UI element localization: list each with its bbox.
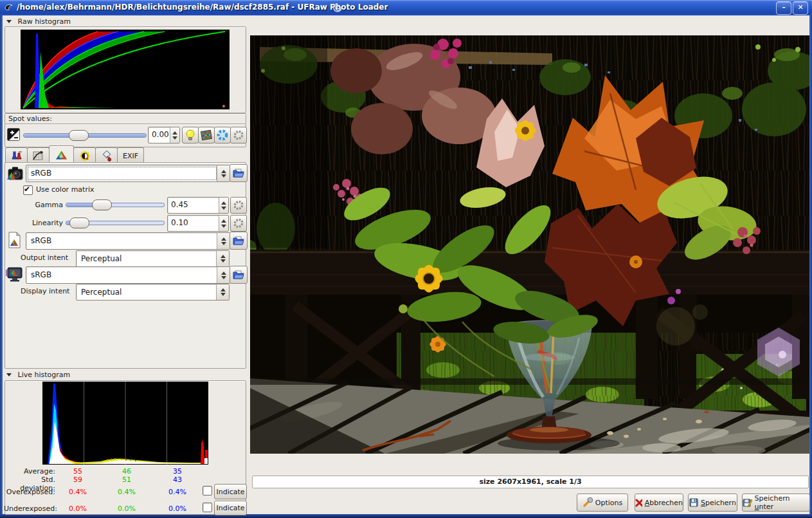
linearity-spinbox[interactable]: 0.10 xyxy=(167,215,229,232)
overexposed-indicate-button[interactable]: Indicate xyxy=(214,484,247,499)
reset-icon xyxy=(233,217,244,229)
raw-histogram-expander[interactable]: Raw histogram xyxy=(6,17,71,26)
tab-white-balance[interactable] xyxy=(5,147,28,163)
tab-base-curve[interactable] xyxy=(27,147,50,163)
linearity-reset-button[interactable] xyxy=(230,215,247,232)
ufraw-logo-icon xyxy=(332,2,343,14)
output-intent-value: Perceptual xyxy=(81,254,122,263)
window-border-left xyxy=(0,15,3,515)
exposure-compensation-icon xyxy=(7,128,20,141)
combo-arrows-icon xyxy=(217,233,230,249)
std-blue: 43 xyxy=(163,476,192,484)
film-development-button[interactable] xyxy=(214,127,231,143)
gamma-value: 0.45 xyxy=(171,200,188,209)
reset-clip-button[interactable] xyxy=(230,127,247,143)
std-green: 51 xyxy=(113,476,141,484)
speichern-unter-button[interactable]: Speichern unter xyxy=(742,494,810,512)
display-profile-value: sRGB xyxy=(31,270,51,279)
average-green: 46 xyxy=(113,467,141,476)
underexposed-label: Underexposed: xyxy=(4,504,55,513)
tab-exif[interactable]: EXIF xyxy=(117,147,144,163)
overexposed-indicate-checkbox[interactable] xyxy=(203,486,212,495)
bayer-pattern-icon xyxy=(201,129,212,141)
combo-arrows-icon xyxy=(216,284,229,300)
preview-image[interactable] xyxy=(250,35,809,454)
tab-color-management[interactable] xyxy=(49,145,74,163)
underexposed-red: 0.0% xyxy=(64,504,92,513)
tab-corrections[interactable] xyxy=(73,147,96,163)
open-folder-icon xyxy=(233,270,245,280)
close-button[interactable]: ✕ xyxy=(793,1,808,15)
window-icon xyxy=(4,3,14,13)
save-floppy-icon xyxy=(689,498,698,507)
use-color-matrix-label: Use color matrix xyxy=(36,185,95,194)
titlebar[interactable]: /home/alex/Behrmann/HDR/Belichtungsreihe… xyxy=(0,0,812,15)
corrections-icon xyxy=(79,151,91,162)
ufraw-window: /home/alex/Behrmann/HDR/Belichtungsreihe… xyxy=(0,0,812,518)
live-histogram-canvas xyxy=(42,382,208,465)
tab-transform[interactable] xyxy=(95,147,118,163)
exposure-spin-arrows[interactable] xyxy=(170,127,179,143)
display-intent-value: Perceptual xyxy=(81,288,122,297)
exposure-spinbox[interactable]: 0.00 xyxy=(148,127,180,143)
load-output-profile-button[interactable] xyxy=(230,232,248,250)
underexposed-indicate-checkbox[interactable] xyxy=(203,503,212,512)
gamma-label: Gamma xyxy=(19,201,63,209)
output-intent-label: Output intent xyxy=(21,254,68,262)
restore-details-icon xyxy=(233,129,244,141)
use-color-matrix-checkbox[interactable] xyxy=(23,185,33,195)
focus-ring xyxy=(28,167,217,180)
load-input-profile-button[interactable] xyxy=(230,164,248,182)
save-as-icon xyxy=(743,498,752,507)
expander-arrow-icon xyxy=(6,373,12,376)
underexposed-blue: 0.0% xyxy=(163,504,192,513)
output-profile-combo[interactable]: sRGB xyxy=(26,232,230,250)
overexposed-blue: 0.4% xyxy=(163,488,192,496)
exposure-value: 0.00 xyxy=(152,130,169,139)
options-button[interactable]: Options xyxy=(577,494,628,512)
input-profile-combo[interactable]: sRGB xyxy=(26,165,230,182)
wrench-icon xyxy=(582,497,593,508)
gamma-spin-arrows[interactable] xyxy=(219,198,228,213)
preview-status-text: size 2607x1961, scale 1/3 xyxy=(479,477,581,486)
display-intent-label: Display intent xyxy=(21,287,69,295)
exposure-slider-thumb[interactable] xyxy=(69,130,89,141)
gamma-spinbox[interactable]: 0.45 xyxy=(167,197,229,214)
open-folder-icon xyxy=(233,168,245,178)
std-red: 59 xyxy=(64,476,92,484)
spot-values-label: Spot values: xyxy=(8,115,52,123)
output-profile-value: sRGB xyxy=(31,236,51,245)
display-intent-combo[interactable]: Perceptual xyxy=(76,284,230,301)
combo-arrows-icon xyxy=(217,165,230,181)
open-folder-icon xyxy=(233,236,245,246)
average-label: Average: xyxy=(4,467,55,476)
overexposed-red: 0.4% xyxy=(64,488,92,496)
underexposed-indicate-button[interactable]: Indicate xyxy=(214,501,247,515)
lightbulb-icon xyxy=(185,129,195,141)
linearity-slider-thumb[interactable] xyxy=(69,217,89,228)
minimize-button[interactable]: – xyxy=(776,1,791,15)
speichern-button[interactable]: Speichern xyxy=(688,494,737,512)
abbrechen-button[interactable]: Abbrechen xyxy=(635,494,683,512)
load-display-profile-button[interactable] xyxy=(230,266,248,284)
window-border-right xyxy=(809,15,812,515)
auto-exposure-button[interactable] xyxy=(182,127,199,143)
average-blue: 35 xyxy=(163,467,192,476)
linearity-spin-arrows[interactable] xyxy=(219,216,228,231)
overexposed-green: 0.4% xyxy=(113,488,141,496)
live-histogram-expander[interactable]: Live histogram xyxy=(6,371,70,379)
film-spool-icon xyxy=(217,129,228,141)
display-profile-combo[interactable]: sRGB xyxy=(26,266,230,284)
gamma-reset-button[interactable] xyxy=(230,197,247,214)
raw-color-button[interactable] xyxy=(198,127,215,143)
camera-profile-icon xyxy=(6,165,23,181)
base-curve-icon xyxy=(33,151,44,161)
gamma-slider-thumb[interactable] xyxy=(92,199,112,210)
combo-arrows-icon xyxy=(217,267,230,283)
display-profile-icon xyxy=(6,266,24,282)
output-profile-icon xyxy=(8,232,22,248)
output-intent-combo[interactable]: Perceptual xyxy=(76,250,230,267)
underexposed-green: 0.0% xyxy=(113,504,141,513)
combo-arrows-icon xyxy=(216,251,229,266)
reset-icon xyxy=(233,199,244,211)
